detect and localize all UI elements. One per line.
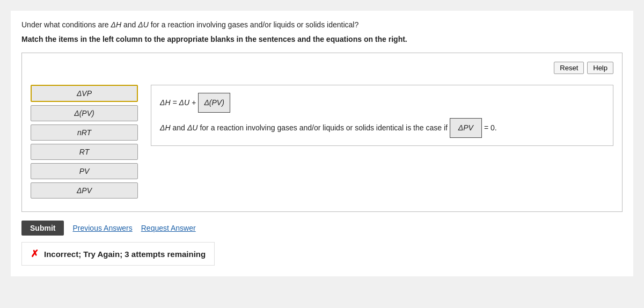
submit-button[interactable]: Submit [21, 221, 64, 236]
match-box: Reset Help ΔVP Δ(PV) nRT RT PV [21, 53, 623, 212]
sentence-blank[interactable]: ΔPV [450, 118, 482, 138]
bottom-bar: Submit Previous Answers Request Answer [21, 221, 623, 236]
match-content: ΔVP Δ(PV) nRT RT PV ΔPV [31, 85, 613, 199]
right-column: ΔH = ΔU + Δ(PV) ΔH and ΔU for a reaction… [151, 85, 613, 146]
top-buttons: Reset Help [31, 62, 613, 74]
reset-button[interactable]: Reset [554, 62, 584, 74]
drag-item-apv[interactable]: ΔPV [31, 182, 138, 199]
equation-line: ΔH = ΔU + Δ(PV) [160, 93, 604, 113]
request-answer-link[interactable]: Request Answer [141, 224, 196, 232]
drag-item-rt[interactable]: RT [31, 144, 138, 160]
left-column: ΔVP Δ(PV) nRT RT PV ΔPV [31, 85, 138, 199]
drag-item-avp[interactable]: ΔVP [31, 85, 138, 102]
drag-item-nrt[interactable]: nRT [31, 124, 138, 141]
equation-blank[interactable]: Δ(PV) [198, 93, 230, 113]
question1: Under what conditions are ΔH and ΔU for … [21, 19, 623, 31]
feedback-box: ✗ Incorrect; Try Again; 3 attempts remai… [21, 242, 215, 266]
page-container: Under what conditions are ΔH and ΔU for … [11, 11, 633, 276]
drag-item-pv[interactable]: PV [31, 163, 138, 179]
question2: Match the items in the left column to th… [21, 34, 623, 45]
previous-answers-link[interactable]: Previous Answers [72, 224, 132, 232]
drag-item-dpv[interactable]: Δ(PV) [31, 105, 138, 121]
incorrect-icon: ✗ [31, 248, 39, 260]
help-button[interactable]: Help [587, 62, 613, 74]
feedback-text: Incorrect; Try Again; 3 attempts remaini… [44, 250, 206, 259]
sentence-line: ΔH and ΔU for a reaction involving gases… [160, 118, 604, 138]
